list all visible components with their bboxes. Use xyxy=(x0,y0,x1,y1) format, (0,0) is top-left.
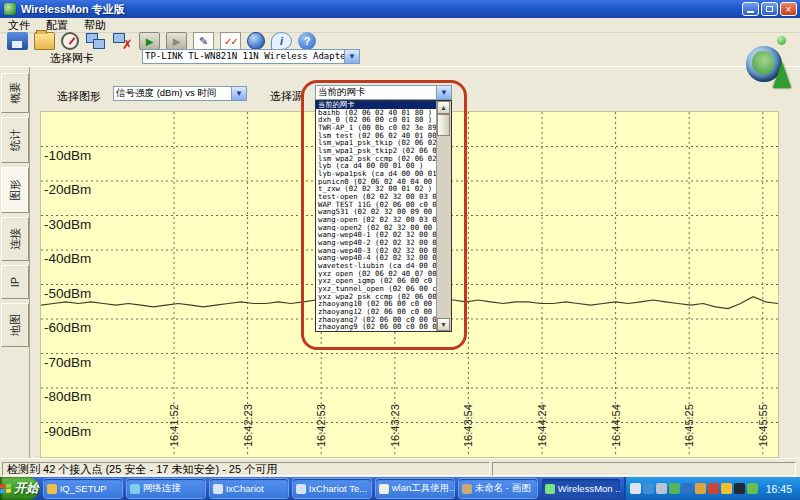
source-option[interactable]: lsm_wpa2_psk_ccmp (02 06 02 40 01 0 xyxy=(316,155,437,163)
checklist-icon[interactable]: ✓✓ xyxy=(220,32,241,50)
start-button[interactable]: 开始 xyxy=(0,477,39,500)
source-option[interactable]: wang-open2 (02 02 32 00 00 00 ) xyxy=(316,224,437,232)
source-option[interactable]: wang531 (02 02 32 00 09 00 ) xyxy=(316,208,437,216)
dropdown-scrollbar[interactable]: ▲ ▼ xyxy=(436,101,451,331)
source-option[interactable]: t_zxw (02 02 32 00 01 02 ) xyxy=(316,185,437,193)
sidebar-tab-2[interactable]: 统计 xyxy=(1,117,29,163)
tray-icon-10[interactable] xyxy=(747,483,758,494)
source-option[interactable]: zhaoyang12 (02 06 00 c0 00 0b ) xyxy=(316,308,437,316)
source-option[interactable]: yxz_tunnel_open (02 06 00 c0 02 81 xyxy=(316,285,437,293)
tray-icon-1[interactable] xyxy=(630,483,641,494)
tray-icon-8[interactable] xyxy=(721,483,732,494)
save-icon[interactable] xyxy=(7,32,28,50)
chevron-down-icon[interactable]: ▼ xyxy=(436,86,451,99)
help-icon[interactable]: ? xyxy=(298,32,316,50)
minimize-button[interactable] xyxy=(742,2,759,16)
source-option[interactable]: lyb-wpa1psk (ca d4 00 00 01 01 ) xyxy=(316,170,437,178)
chevron-down-icon[interactable]: ▼ xyxy=(344,50,359,63)
menu-item-0[interactable]: 文件 xyxy=(0,18,38,33)
taskbar-task-1[interactable]: IQ_SETUP xyxy=(44,479,122,498)
source-option[interactable]: zhaoyang10 (02 06 00 c0 00 09 ) xyxy=(316,300,437,308)
tray-icon-9[interactable] xyxy=(734,483,745,494)
sidebar-tab-4[interactable]: 连接 xyxy=(1,217,29,261)
sidebar-tab-1[interactable]: 概要 xyxy=(1,73,29,113)
rate-gauge-icon[interactable] xyxy=(61,32,79,50)
source-option[interactable]: wang-open (02 02 32 00 03 04 ) xyxy=(316,216,437,224)
tray-icon-3[interactable] xyxy=(656,483,667,494)
info-icon[interactable]: i xyxy=(271,32,292,50)
taskbar-task-6[interactable]: 未命名 - 画图 xyxy=(459,479,537,498)
source-option[interactable]: wang-wep40-4 (02 02 32 00 09 85 ) xyxy=(316,254,437,262)
y-axis-tick-label: -40dBm xyxy=(44,251,91,266)
checklist-icon: ✓✓ xyxy=(224,36,237,47)
source-option[interactable]: baihb (02 06 02 40 01 80 ) xyxy=(316,109,437,117)
task-icon xyxy=(130,484,140,494)
source-option[interactable]: wang-wep40-2 (02 02 32 00 09 83 ) xyxy=(316,239,437,247)
source-option[interactable]: wavetest-liubin (ca d4 00 00 32 00 xyxy=(316,262,437,270)
source-option[interactable]: lyb (ca d4 00 00 01 00 ) xyxy=(316,162,437,170)
source-option[interactable]: TWR-AP_1 (00 0b c0 02 3e 89 ) xyxy=(316,124,437,132)
close-button[interactable]: × xyxy=(780,2,797,16)
source-option[interactable]: wang-wep40-3 (02 02 32 00 09 84 ) xyxy=(316,247,437,255)
source-option[interactable]: yxz_open_igmp (02 06 00 c0 02 80 ) xyxy=(316,277,437,285)
tray-icon-7[interactable] xyxy=(708,483,719,494)
graph-select-label: 选择图形 xyxy=(57,89,101,104)
sidebar-tab-6[interactable]: 地图 xyxy=(1,303,29,347)
taskbar-task-4[interactable]: IxChariot Te... xyxy=(293,479,371,498)
sidebar-tab-label: 连接 xyxy=(8,228,23,250)
windows-flag-icon xyxy=(0,483,11,493)
taskbar-task-7[interactable]: WirelessMon ... xyxy=(542,479,620,498)
source-option[interactable]: 当前的网卡 xyxy=(316,101,437,109)
source-option[interactable]: WAP_TEST_11G (02 06 00 c0 01 86 ) xyxy=(316,201,437,209)
menu-item-2[interactable]: 帮助 xyxy=(76,18,114,33)
source-dropdown-list: 当前的网卡baihb (02 06 02 40 01 80 )dxh_0 (02… xyxy=(315,100,452,332)
network-computers-icon[interactable] xyxy=(85,32,106,50)
x-axis-tick-label: 16:45:55 xyxy=(757,404,769,447)
source-option[interactable]: dxh_0 (02 06 00 c0 01 80 ) xyxy=(316,116,437,124)
source-option[interactable]: wang-wep40-1 (02 02 32 00 09 82 ) xyxy=(316,231,437,239)
edit-config-icon[interactable]: ✎ xyxy=(193,32,214,50)
source-option[interactable]: yxz_wpa2_psk_ccmp (02 06 00 c0 02 8 xyxy=(316,293,437,301)
adapter-label: 选择网卡 xyxy=(50,51,94,66)
scroll-up-icon[interactable]: ▲ xyxy=(437,101,450,114)
taskbar-task-2[interactable]: 网络连接 xyxy=(127,479,205,498)
sidebar-tab-3[interactable]: 图形 xyxy=(1,167,29,213)
task-label: 网络连接 xyxy=(143,482,181,495)
antenna-icon xyxy=(773,62,791,88)
y-axis-tick-label: -20dBm xyxy=(44,182,91,197)
sidebar-tab-5[interactable]: IP xyxy=(1,265,29,299)
disconnect-adapter-icon[interactable]: ✗ xyxy=(112,32,133,50)
sidebar-tab-label: 图形 xyxy=(8,179,23,201)
source-combobox-value: 当前的网卡 xyxy=(316,86,436,99)
start-logging-icon: ▶ xyxy=(146,36,154,47)
tray-icon-4[interactable] xyxy=(669,483,680,494)
menu-bar: 文件配置帮助 xyxy=(0,18,800,33)
start-logging-icon[interactable]: ▶ xyxy=(139,32,160,50)
restore-button[interactable] xyxy=(761,2,778,16)
x-axis-tick-label: 16:44:54 xyxy=(610,404,622,447)
adapter-combobox[interactable]: TP-LINK TL-WN821N 11N Wireless Adapter -… xyxy=(142,49,360,64)
scroll-down-icon[interactable]: ▼ xyxy=(437,318,450,331)
tray-icon-5[interactable] xyxy=(682,483,693,494)
source-option[interactable]: lsm_wpa1_psk_tkip (02 06 02 40 01 0 xyxy=(316,139,437,147)
open-folder-icon[interactable] xyxy=(34,32,55,50)
source-option[interactable]: lsm_test (02 06 02 40 01 00 ) xyxy=(316,132,437,140)
source-option[interactable]: test-open (02 02 32 00 03 00 ) xyxy=(316,193,437,201)
source-option[interactable]: punicn0 (02 06 02 40 04 00 ) xyxy=(316,178,437,186)
taskbar-task-3[interactable]: IxChariot xyxy=(210,479,288,498)
source-option[interactable]: zhaoyang7 (02 06 00 c0 00 06 ) xyxy=(316,316,437,324)
source-combobox[interactable]: 当前的网卡 ▼ xyxy=(315,85,452,100)
tray-icon-6[interactable] xyxy=(695,483,706,494)
graph-combobox-value: 信号强度 (dBm) vs 时间 xyxy=(114,87,231,100)
source-option[interactable]: yxz_open (02 06 02 40 07 00 ) xyxy=(316,270,437,278)
scrollbar-thumb[interactable] xyxy=(437,114,450,136)
stop-logging-icon[interactable]: ▶ xyxy=(166,32,187,50)
source-option[interactable]: lsm_wpa1_psk_tkip2 (02 06 02 40 01 xyxy=(316,147,437,155)
tray-icon-2[interactable] xyxy=(643,483,654,494)
graph-combobox[interactable]: 信号强度 (dBm) vs 时间 ▼ xyxy=(113,86,247,101)
taskbar-task-5[interactable]: wlan工具使用... xyxy=(376,479,454,498)
chevron-down-icon[interactable]: ▼ xyxy=(231,87,246,100)
source-option[interactable]: zhaoyang9 (02 06 00 c0 00 08 ) xyxy=(316,323,437,331)
gps-web-icon[interactable] xyxy=(247,32,265,50)
task-icon xyxy=(545,484,555,494)
